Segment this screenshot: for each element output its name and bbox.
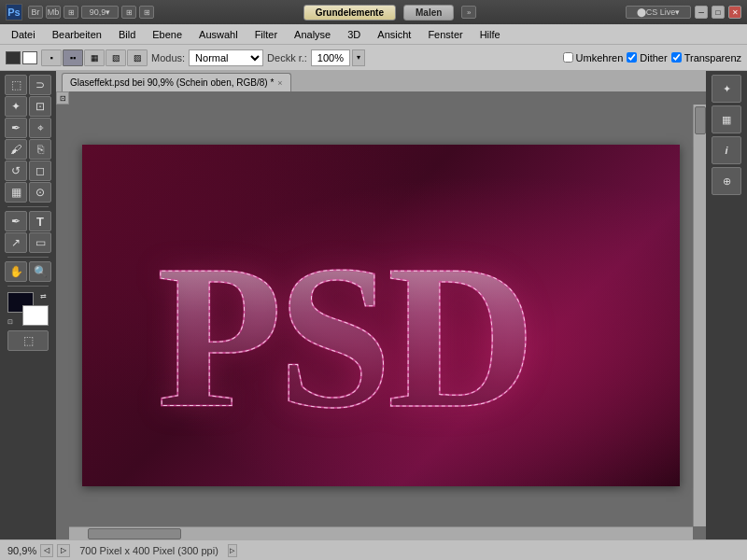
minimize-button[interactable]: ─ [695,6,708,19]
tool-background-color[interactable] [22,305,49,326]
mode-select[interactable]: Normal [189,49,263,66]
more-workspaces-button[interactable]: » [461,6,476,19]
color-swatches[interactable] [6,51,37,64]
scroll-corner[interactable]: ⊡ [56,91,69,105]
panel-info-button[interactable]: i [712,136,741,164]
tool-history-brush[interactable]: ↺ [5,161,27,181]
panel-layers-button[interactable]: ⊕ [712,167,741,195]
checkbox-dither: Dither [627,52,667,63]
menu-3d[interactable]: 3D [340,27,368,42]
tool-divider-3 [7,286,49,287]
tool-brush[interactable]: 🖌 [5,139,27,160]
menu-bild[interactable]: Bild [111,27,143,42]
tool-hand[interactable]: ✋ [5,261,27,282]
tool-lasso[interactable]: ⊃ [29,75,51,95]
tool-gradient[interactable]: ▦ [5,182,27,203]
tool-dodge[interactable]: ⊙ [29,182,51,203]
tool-screen-mode[interactable]: ⬚ [7,330,49,351]
tool-eyedropper[interactable]: ✒ [5,118,27,138]
tool-zoom[interactable]: 🔍 [29,261,51,282]
tool-color-swatches[interactable]: ⇄ ⊡ [7,292,49,326]
checkbox-transparenz-input[interactable] [671,52,682,63]
extra-options[interactable]: ⊞ [139,6,154,19]
tool-marquee[interactable]: ⬚ [5,75,27,95]
canvas-scroll-area[interactable]: ⊡ [56,91,706,539]
close-button[interactable]: ✕ [728,6,741,19]
pattern-icon-5[interactable]: ▨ [127,49,148,66]
doc-tab-close-button[interactable]: × [277,78,282,88]
mb-button[interactable]: Mb [46,6,61,19]
menu-analyse[interactable]: Analyse [287,27,338,42]
tool-divider-2 [7,257,49,258]
status-left: 90,9% ◁ ▷ [7,544,70,557]
menu-fenster[interactable]: Fenster [420,27,470,42]
mode-label: Modus: [151,52,185,63]
scrollbar-thumb-h[interactable] [88,528,181,539]
checkbox-dither-label: Dither [640,52,667,63]
psd-svg: PSD PSD PSD PSD PSD PSD [82,145,680,486]
left-toolbar: ⬚ ⊃ ✦ ⊡ ✒ ⌖ 🖌 ⎘ ↺ ◻ ▦ ⊙ ✒ T ↗ ▭ [0,71,56,539]
panel-navigator-button[interactable]: ✦ [712,75,741,103]
ps-icon: Ps [6,4,22,21]
zoom-display[interactable]: 90,9 ▾ [81,6,119,19]
tool-type[interactable]: T [29,211,51,231]
view-selector[interactable]: ⊞ [63,6,78,19]
panel-histogram-button[interactable]: ▦ [712,105,741,133]
opacity-arrow[interactable]: ▾ [352,49,365,66]
tool-swap-colors[interactable]: ⇄ [40,292,47,301]
checkbox-dither-input[interactable] [627,52,637,63]
tool-clone[interactable]: ⎘ [29,139,51,160]
titlebar: Ps Br Mb ⊞ 90,9 ▾ ⊞ ⊞ Grundelemente Male… [0,0,747,24]
brush-pattern-selector: ▪ ▪▪ ▦ ▧ ▨ [41,49,148,66]
workspace-tab-grundelemente[interactable]: Grundelemente [303,5,396,21]
tool-pen[interactable]: ✒ [5,211,27,231]
tool-magic-wand[interactable]: ✦ [5,96,27,117]
status-nav-left[interactable]: ◁ [40,544,53,557]
tool-crop[interactable]: ⊡ [29,96,51,117]
document-area: Glaseffekt.psd bei 90,9% (Schein oben, R… [56,71,706,539]
canvas-container: PSD PSD PSD PSD PSD PSD [82,145,680,486]
horizontal-scrollbar[interactable] [69,526,693,539]
menu-datei[interactable]: Datei [4,27,43,42]
checkbox-umkehren-input[interactable] [563,52,573,63]
tool-path-select[interactable]: ↗ [5,232,27,253]
pattern-icon-4[interactable]: ▧ [106,49,126,66]
main-area: ⬚ ⊃ ✦ ⊡ ✒ ⌖ 🖌 ⎘ ↺ ◻ ▦ ⊙ ✒ T ↗ ▭ [0,71,747,539]
zoom-button2[interactable]: ⊞ [121,6,136,19]
cslive-button[interactable]: ⬤ CS Live▾ [626,6,691,19]
br-button[interactable]: Br [28,6,43,19]
pattern-icon-1[interactable]: ▪ [41,49,62,66]
doc-tab-title: Glaseffekt.psd bei 90,9% (Schein oben, R… [70,77,274,88]
pattern-icon-3[interactable]: ▦ [84,49,105,66]
checkbox-umkehren: Umkehren [563,52,624,63]
document-tabs: Glaseffekt.psd bei 90,9% (Schein oben, R… [56,71,706,91]
doc-tab-glaseffekt[interactable]: Glaseffekt.psd bei 90,9% (Schein oben, R… [62,73,291,91]
status-progress-button[interactable]: ▷ [228,544,237,557]
menu-hilfe[interactable]: Hilfe [472,27,508,42]
menu-bearbeiten[interactable]: Bearbeiten [45,27,109,42]
menu-ebene[interactable]: Ebene [145,27,190,42]
tool-shape[interactable]: ▭ [29,232,51,253]
workspace-tab-malen[interactable]: Malen [403,5,454,21]
status-zoom: 90,9% [7,545,36,556]
scrollbar-thumb-v[interactable] [695,106,706,134]
tool-default-colors[interactable]: ⊡ [7,318,13,326]
checkbox-transparenz-label: Transparenz [684,52,741,63]
checkbox-transparenz: Transparenz [671,52,741,63]
opacity-input[interactable] [311,49,350,66]
menu-ansicht[interactable]: Ansicht [370,27,418,42]
tool-spot-heal[interactable]: ⌖ [29,118,51,138]
menu-filter[interactable]: Filter [247,27,285,42]
tool-eraser[interactable]: ◻ [29,161,51,181]
menu-auswahl[interactable]: Auswahl [191,27,246,42]
status-info: 700 Pixel x 400 Pixel (300 ppi) [79,545,218,556]
foreground-swatch[interactable] [6,51,21,64]
zoom-value: 90,9 [90,7,106,17]
status-nav-right[interactable]: ▷ [57,544,70,557]
maximize-button[interactable]: □ [712,6,725,19]
right-panel: ✦ ▦ i ⊕ [706,71,747,539]
pattern-icon-2[interactable]: ▪▪ [63,49,83,66]
background-swatch[interactable] [22,51,37,64]
vertical-scrollbar[interactable] [693,105,706,526]
canvas: PSD PSD PSD PSD PSD PSD [82,145,680,486]
